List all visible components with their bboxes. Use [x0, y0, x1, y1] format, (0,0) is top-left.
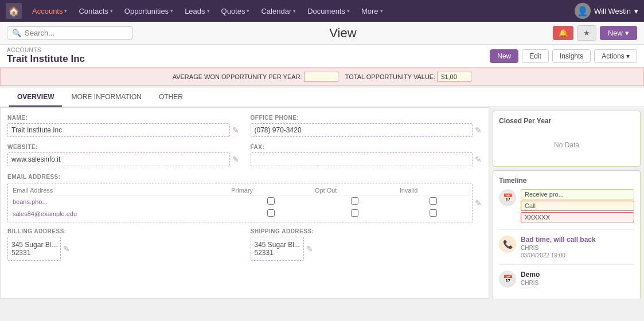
- billing-address-box[interactable]: 345 Sugar Bl... 52331: [7, 237, 61, 261]
- breadcrumb-label: ACCOUNTS: [7, 47, 85, 53]
- billing-field-row: 345 Sugar Bl... 52331 ✎: [7, 237, 239, 261]
- form-section: NAME: ✎ OFFICE PHONE: ✎ WEBSITE:: [7, 115, 482, 166]
- right-panel: Closed Per Year No Data Timeline 📅 Recei…: [489, 107, 644, 299]
- timeline-card: Timeline 📅 Receive pro... Call XXXXXX 📞 …: [493, 170, 641, 299]
- user-arrow: ▾: [634, 7, 638, 15]
- shipping-label: SHIPPING ADDRESS:: [251, 228, 482, 234]
- nav-quotes[interactable]: Quotes ▾: [217, 5, 255, 18]
- fax-field-group: FAX: ✎: [251, 144, 482, 166]
- office-phone-field-group: OFFICE PHONE: ✎: [251, 115, 482, 137]
- optout-checkbox-1[interactable]: [351, 197, 358, 205]
- website-field-group: WEBSITE: ✎: [7, 144, 239, 166]
- shipping-field-row: 345 Sugar Bl... 52331 ✎: [251, 237, 482, 261]
- nav-more[interactable]: More ▾: [357, 5, 388, 18]
- tab-overview[interactable]: OVERVIEW: [9, 88, 62, 107]
- search-box[interactable]: 🔍: [7, 26, 133, 40]
- nav-leads-label: Leads: [185, 7, 205, 15]
- new-button[interactable]: New ▾: [600, 26, 637, 40]
- shipping-edit-icon[interactable]: ✎: [306, 244, 313, 253]
- primary-checkbox-1[interactable]: [267, 197, 275, 205]
- record-new-button[interactable]: New: [490, 49, 518, 63]
- alert-value1[interactable]: [304, 72, 338, 82]
- website-label: WEBSITE:: [7, 144, 239, 150]
- billing-edit-icon[interactable]: ✎: [63, 244, 70, 253]
- tab-more-information[interactable]: MORE INFORMATION: [63, 88, 149, 107]
- alert-value2[interactable]: [437, 72, 471, 82]
- email-optout-2[interactable]: [313, 208, 397, 220]
- nav-accounts[interactable]: Accounts ▾: [28, 5, 72, 18]
- billing-line1: 345 Sugar Bl...: [11, 241, 57, 249]
- office-phone-edit-icon[interactable]: ✎: [475, 126, 482, 135]
- tab-other[interactable]: OTHER: [151, 88, 191, 107]
- shipping-address-box[interactable]: 345 Sugar Bl... 52331: [251, 237, 304, 261]
- name-input[interactable]: [7, 123, 230, 137]
- email-table-container: Email Address Primary Opt Out Invalid be…: [7, 183, 473, 222]
- alert-text2: TOTAL OPPORTUNITY VALUE:: [345, 73, 436, 80]
- email-col-optout: Opt Out: [313, 186, 397, 195]
- record-actions-button[interactable]: Actions ▾: [594, 49, 637, 63]
- office-phone-input[interactable]: [251, 123, 473, 137]
- nav-contacts[interactable]: Contacts ▾: [74, 5, 117, 18]
- breadcrumb-bar: ACCOUNTS Trait Institute Inc New Edit In…: [0, 45, 644, 68]
- website-input[interactable]: [7, 152, 230, 166]
- fax-field-row: ✎: [251, 152, 482, 166]
- website-edit-icon[interactable]: ✎: [232, 155, 239, 164]
- email-edit-icon[interactable]: ✎: [475, 198, 482, 208]
- top-navigation: 🏠 Accounts ▾ Contacts ▾ Opportunities ▾ …: [0, 0, 644, 22]
- search-input[interactable]: [25, 29, 128, 37]
- invalid-checkbox-1[interactable]: [430, 197, 437, 205]
- alert-text1: AVERAGE WON OPPORTUNITY PER YEAR:: [173, 73, 302, 80]
- name-edit-icon[interactable]: ✎: [232, 126, 239, 135]
- bell-button[interactable]: 🔔: [553, 26, 573, 40]
- nav-opportunities[interactable]: Opportunities ▾: [120, 5, 178, 18]
- primary-checkbox-2[interactable]: [267, 209, 275, 217]
- nav-documents-arrow: ▾: [347, 8, 350, 14]
- nav-accounts-label: Accounts: [32, 7, 63, 15]
- home-button[interactable]: 🏠: [6, 3, 22, 19]
- nav-more-arrow: ▾: [380, 8, 383, 14]
- nav-documents[interactable]: Documents ▾: [303, 5, 354, 18]
- main-area: NAME: ✎ OFFICE PHONE: ✎ WEBSITE:: [0, 107, 644, 299]
- email-invalid-2[interactable]: [397, 208, 470, 220]
- user-avatar: 👤: [575, 3, 591, 19]
- email-primary-1[interactable]: [229, 195, 313, 208]
- name-field-group: NAME: ✎: [7, 115, 239, 137]
- name-field-row: ✎: [7, 123, 239, 137]
- email-field-row: Email Address Primary Opt Out Invalid be…: [7, 183, 482, 222]
- star-button[interactable]: ★: [577, 25, 596, 41]
- record-edit-button[interactable]: Edit: [522, 49, 549, 63]
- nav-quotes-label: Quotes: [221, 7, 245, 15]
- nav-opportunities-label: Opportunities: [124, 7, 169, 15]
- invalid-checkbox-2[interactable]: [430, 209, 437, 217]
- top-action-buttons: 🔔 ★ New ▾: [553, 25, 637, 41]
- timeline-sub-2a: CHRIS: [521, 245, 634, 251]
- shipping-line1: 345 Sugar Bl...: [255, 241, 300, 249]
- email-optout-1[interactable]: [313, 195, 397, 208]
- fax-edit-icon[interactable]: ✎: [475, 155, 482, 164]
- nav-leads[interactable]: Leads ▾: [180, 5, 214, 18]
- record-insights-button[interactable]: Insights: [552, 49, 591, 63]
- email-primary-2[interactable]: [229, 208, 313, 220]
- office-phone-label: OFFICE PHONE:: [251, 115, 482, 121]
- chart-title: Closed Per Year: [499, 117, 634, 125]
- timeline-field-1b: Call: [521, 201, 634, 211]
- email-col-primary: Primary: [229, 186, 313, 195]
- optout-checkbox-2[interactable]: [351, 209, 358, 217]
- timeline-icon-3: 📅: [499, 271, 516, 288]
- tabs-bar: OVERVIEW MORE INFORMATION OTHER: [0, 88, 644, 107]
- address-section: BILLING ADDRESS: 345 Sugar Bl... 52331 ✎…: [7, 228, 482, 261]
- left-panel: NAME: ✎ OFFICE PHONE: ✎ WEBSITE:: [0, 107, 489, 299]
- email-address-2: sales84@example.edu: [10, 208, 229, 220]
- shipping-field-group: SHIPPING ADDRESS: 345 Sugar Bl... 52331 …: [251, 228, 482, 261]
- nav-calendar[interactable]: Calendar ▾: [256, 5, 300, 18]
- timeline-subject-3: Demo: [521, 271, 634, 279]
- nav-contacts-label: Contacts: [79, 7, 108, 15]
- email-invalid-1[interactable]: [397, 195, 470, 208]
- nav-leads-arrow: ▾: [207, 8, 210, 14]
- timeline-content-1: Receive pro... Call XXXXXX: [521, 189, 634, 224]
- user-menu[interactable]: 👤 Will Westin ▾: [575, 3, 638, 19]
- user-name: Will Westin: [594, 7, 631, 15]
- email-address-1: beans.pho...: [10, 195, 229, 208]
- fax-input[interactable]: [251, 152, 473, 166]
- shipping-line2: 52331: [255, 249, 300, 257]
